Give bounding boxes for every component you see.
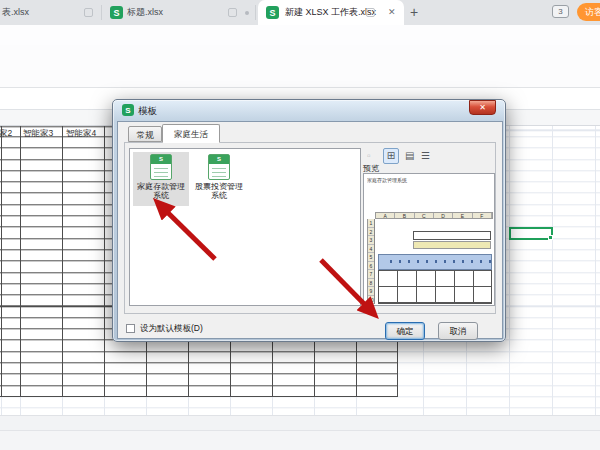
preview-row-num: 2	[368, 228, 374, 237]
preview-row-num: 7	[368, 270, 374, 279]
dialog-tab-family-life[interactable]: 家庭生活	[162, 124, 220, 143]
template-dialog: S 模板 ✕ 常规 家庭生活 家庭存款管理系统 股票投资管理系统 ▫ ⊞ ▤ ☰…	[112, 99, 506, 342]
preview-col: D	[434, 213, 453, 218]
doc-tab-active-label: 新建 XLSX 工作表.xlsx	[285, 6, 376, 19]
cancel-button[interactable]: 取消	[438, 322, 478, 340]
tab-options-icon[interactable]	[366, 8, 375, 17]
view-large-icons-button[interactable]: ⊞	[383, 148, 399, 164]
doc-tab-2-label: 标题.xlsx	[127, 6, 163, 19]
window-tab-bar: 表.xlsx S 标题.xlsx S 新建 XLSX 工作表.xlsx ✕ + …	[0, 0, 600, 25]
preview-merged-cell	[413, 231, 491, 240]
dialog-close-button[interactable]: ✕	[469, 100, 496, 115]
preview-col: C	[415, 213, 434, 218]
dialog-tab-general[interactable]: 常规	[128, 126, 162, 142]
new-tab-button[interactable]: +	[410, 4, 418, 20]
preview-panel: 家庭存款管理系统 A B C D E F 1 2 3 4 5 6 7 8 9 1…	[363, 173, 495, 306]
preview-row-num: 1	[368, 219, 374, 228]
template-item-stocks[interactable]: 股票投资管理系统	[191, 152, 247, 206]
default-template-label: 设为默认模板(D)	[140, 323, 203, 335]
tab-separator	[101, 5, 102, 20]
visitor-badge[interactable]: 访客	[577, 3, 600, 21]
selected-cell[interactable]	[509, 227, 553, 240]
device-sync-badge[interactable]: 3	[552, 5, 569, 18]
wps-file-icon: S	[266, 6, 279, 19]
tab-options-icon[interactable]	[228, 8, 237, 17]
ok-button[interactable]: 确定	[385, 322, 425, 340]
cell-b1[interactable]: 智能家2	[0, 128, 12, 140]
cell-c1[interactable]: 智能家3	[23, 128, 53, 140]
preview-row-num: 3	[368, 236, 374, 245]
status-bar: ⊕ ▾ ▦ ◫ ▥ 100% ▾ −	[0, 430, 600, 450]
template-item-label: 家庭存款管理系统	[135, 182, 187, 200]
doc-tab-active[interactable]: S 新建 XLSX 工作表.xlsx	[258, 0, 404, 25]
template-item-savings[interactable]: 家庭存款管理系统	[133, 152, 189, 206]
preview-col: F	[473, 213, 492, 218]
view-list-button[interactable]: ☰	[421, 150, 430, 161]
preview-col: B	[395, 213, 414, 218]
cell-d1[interactable]: 智能家4	[66, 128, 96, 140]
preview-template-title: 家庭存款管理系统	[367, 177, 427, 183]
sheet-tab-bar: Sheet1 Sheet2 Sheet3 + ◂	[0, 415, 600, 430]
preview-row-num: 5	[368, 253, 374, 262]
template-file-icon	[150, 154, 172, 180]
unsaved-dot-icon	[245, 11, 249, 15]
view-small-icons-button[interactable]: ▤	[405, 150, 414, 161]
wps-file-icon: S	[110, 6, 123, 19]
preview-table-header-band	[378, 254, 492, 270]
preview-row-num: 9	[368, 287, 374, 296]
preview-row-num: 4	[368, 245, 374, 254]
preview-row-num: 6	[368, 262, 374, 271]
template-file-icon	[208, 154, 230, 180]
tab-options-icon[interactable]	[84, 8, 93, 17]
menu-bar: ↶ ↷ ▾ 开始 插入 页面布局 公式 数据 审阅 视图 开发工具 会员专享 查…	[0, 25, 600, 45]
tab-separator	[255, 5, 256, 20]
ribbon: 常规 ▾ ¥ % 000 ←.0 .00→ ⇄ 类型转换 ▦ 条件格式 ▤ 表格…	[0, 45, 600, 88]
preview-row-headers: 1 2 3 4 5 6 7 8 9 10	[367, 219, 375, 304]
doc-tab-1[interactable]: 表.xlsx	[2, 0, 97, 25]
doc-tab-2[interactable]: 标题.xlsx	[127, 0, 197, 25]
dialog-app-icon: S	[122, 104, 134, 116]
preview-col: A	[376, 213, 395, 218]
preview-col: E	[453, 213, 472, 218]
preview-highlight-row	[413, 241, 491, 249]
view-disabled-icon: ▫	[367, 150, 371, 161]
default-template-checkbox[interactable]	[126, 324, 135, 333]
close-tab-icon[interactable]: ✕	[388, 7, 396, 17]
dialog-title: 模板	[138, 105, 157, 118]
preview-row-num: 10	[368, 296, 374, 305]
template-item-label: 股票投资管理系统	[193, 182, 245, 200]
doc-tab-1-label: 表.xlsx	[2, 6, 29, 19]
preview-column-headers: A B C D E F	[375, 212, 493, 219]
gridlines-bottom	[0, 397, 397, 415]
preview-row-num: 8	[368, 279, 374, 288]
